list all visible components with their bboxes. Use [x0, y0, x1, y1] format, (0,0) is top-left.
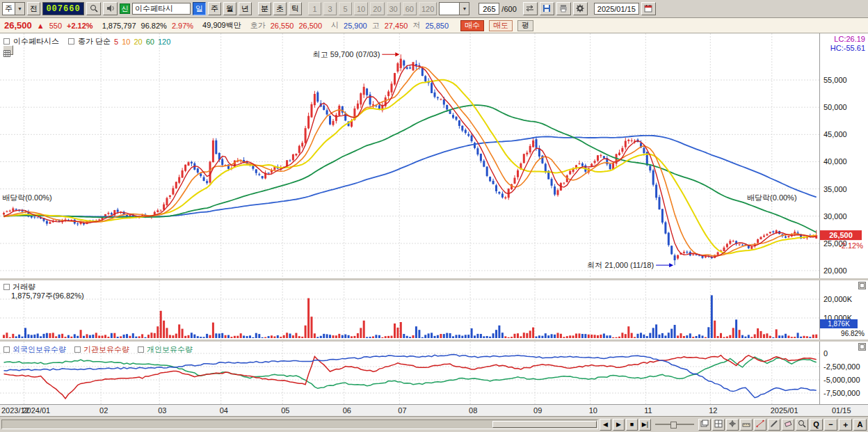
low-price: 25,850 [425, 22, 449, 30]
ma60-legend: 60 [146, 38, 154, 46]
calendar-button[interactable] [641, 2, 656, 15]
svg-text:30,000: 30,000 [823, 212, 847, 221]
playback-stop-button[interactable]: ■ [626, 419, 638, 431]
custom-minute-combo[interactable]: ▼ [439, 2, 469, 15]
x-axis-label: 10 [589, 406, 597, 415]
ruler-button[interactable] [740, 419, 753, 431]
minute-3-button[interactable]: 3 [323, 2, 337, 15]
svg-text:최저 21,000 (11/18): 최저 21,000 (11/18) [587, 261, 654, 269]
scroll-end-button[interactable]: ▶| [639, 419, 651, 431]
up-arrow-icon: ▲ [37, 22, 45, 30]
zoom-area-button[interactable] [796, 419, 808, 431]
minute-10-button[interactable]: 10 [354, 2, 368, 15]
legend-square-icon [74, 346, 81, 353]
svg-text:최고 59,700 (07/03): 최고 59,700 (07/03) [313, 50, 380, 58]
zoom-out-button[interactable]: − [824, 419, 837, 431]
volume-chart[interactable]: 20,000K10,000K1,876K96.82% [0, 280, 868, 339]
stock-code-input[interactable] [42, 2, 84, 15]
lc-value: LC:26.19 [830, 35, 865, 44]
bar-count-input[interactable] [479, 3, 499, 15]
minute-60-button[interactable]: 60 [403, 2, 417, 15]
legend-square-icon [3, 346, 10, 353]
volume-panel-expand-button[interactable] [858, 282, 866, 289]
minute-30-button[interactable]: 30 [387, 2, 401, 15]
svg-text:20,000K: 20,000K [823, 295, 853, 303]
ma5-legend: 5 [114, 38, 118, 46]
chart-area: 55,00050,00045,00040,00035,00030,00025,0… [0, 33, 868, 416]
chevron-down-icon: ▼ [15, 3, 24, 15]
trendline-button[interactable] [754, 419, 766, 431]
chart-type-minute-button[interactable]: 분 [258, 2, 271, 15]
indicator-grid-button[interactable] [3, 45, 13, 55]
draw-button[interactable] [768, 419, 780, 431]
erase-button[interactable] [782, 419, 794, 431]
buy-button[interactable]: 매수 [460, 20, 484, 31]
crosshair-button[interactable] [726, 419, 739, 431]
avg-button[interactable]: 평 [517, 20, 533, 31]
minute-120-button[interactable]: 120 [419, 2, 437, 15]
date-field[interactable]: 2025/01/15 [594, 3, 639, 15]
prev-day-compare-button[interactable]: 전 [27, 2, 40, 15]
quote-info-bar: 26,500 ▲ 550 +2.12% 1,875,797 96.82% 2.9… [0, 18, 868, 33]
scrollbar-thumb[interactable] [492, 421, 597, 428]
holdings-legend: 외국인보유수량 기관보유수량 개인보유수량 [3, 344, 193, 355]
minute-1-button[interactable]: 1 [308, 2, 321, 15]
save-chart-button[interactable] [540, 2, 554, 15]
magnifier-icon [798, 419, 806, 429]
eraser-icon [784, 419, 792, 429]
legend-square-icon [3, 284, 10, 290]
x-axis-label: 2024/01 [22, 406, 50, 415]
foreign-legend: 외국인보유수량 [13, 344, 66, 355]
split-layout-button[interactable] [712, 419, 725, 431]
bottom-toolbar: ◀ ▶ ■ ▶| Q − ＋ A [0, 416, 868, 432]
volume-legend-label: 거래량 [13, 282, 35, 291]
print-icon [559, 4, 568, 14]
svg-text:-2,500,000: -2,500,000 [823, 362, 860, 371]
open-price: 25,900 [344, 22, 367, 30]
horizontal-scrollbar[interactable] [1, 419, 598, 429]
pencil-icon [770, 419, 778, 429]
minute-5-button[interactable]: 5 [339, 2, 352, 15]
settings-button[interactable] [573, 2, 588, 15]
current-price: 26,500 [4, 20, 32, 31]
trendline-icon [756, 419, 764, 429]
sell-button[interactable]: 매도 [489, 20, 513, 31]
ma10-legend: 10 [122, 38, 130, 46]
stock-legend-label: 이수페타시스 [13, 36, 59, 47]
holdings-panel-expand-button[interactable] [858, 343, 866, 351]
svg-text:26,500: 26,500 [829, 231, 853, 239]
svg-text:1,876K: 1,876K [828, 320, 850, 328]
svg-text:96.82%: 96.82% [841, 330, 865, 337]
chart-type-second-button[interactable]: 초 [273, 2, 287, 15]
zoom-mode-button[interactable]: Q [810, 419, 823, 431]
svg-text:35,000: 35,000 [823, 185, 847, 193]
scroll-right-button[interactable]: ▶ [613, 419, 625, 431]
compare-button[interactable] [523, 2, 538, 15]
chart-type-yearly-button[interactable]: 년 [239, 2, 252, 15]
scroll-left-button[interactable]: ◀ [600, 419, 611, 431]
chart-type-daily-button[interactable]: 일 [193, 2, 206, 15]
svg-text:40,000: 40,000 [823, 157, 847, 166]
search-button[interactable] [86, 2, 101, 15]
new-stock-badge: 신 [120, 3, 130, 14]
chart-type-weekly-button[interactable]: 주 [208, 2, 221, 15]
ma120-legend: 120 [158, 38, 170, 46]
zoom-slider[interactable] [655, 420, 694, 429]
zoom-slider-thumb[interactable] [670, 422, 677, 429]
volume-legend: 거래량 1,875,797주(96.82%) [3, 282, 84, 301]
cascade-windows-button[interactable] [698, 419, 711, 431]
price-chart[interactable]: 55,00050,00045,00040,00035,00030,00025,0… [0, 33, 868, 278]
chart-type-monthly-button[interactable]: 월 [223, 2, 236, 15]
bar-total-label: /600 [501, 5, 516, 13]
calendar-icon [644, 4, 652, 14]
minute-20-button[interactable]: 20 [370, 2, 384, 15]
price-change: 550 [49, 22, 62, 30]
chart-type-tick-button[interactable]: 틱 [289, 2, 302, 15]
print-button[interactable] [556, 2, 571, 15]
asset-type-combo[interactable]: 주▼ [2, 2, 25, 15]
auto-scale-button[interactable]: A [853, 419, 867, 431]
gear-icon [576, 4, 584, 14]
x-axis-label: 03 [158, 406, 166, 415]
voice-button[interactable] [103, 2, 118, 15]
zoom-in-button[interactable]: ＋ [839, 419, 852, 431]
